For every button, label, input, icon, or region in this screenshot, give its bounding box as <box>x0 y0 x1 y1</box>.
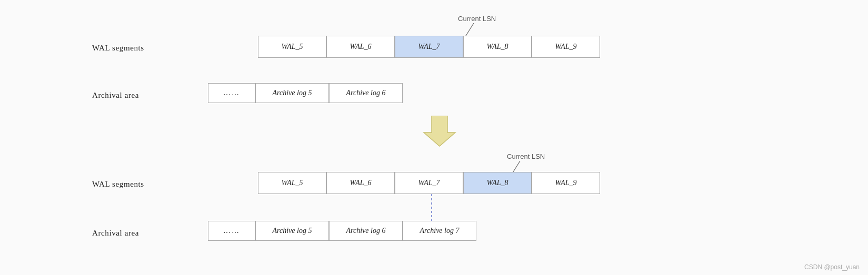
archive-log7-bot: Archive log 7 <box>403 221 476 241</box>
archive-log5-top: Archive log 5 <box>255 83 329 103</box>
wal-box-wal6-bot: WAL_6 <box>326 172 395 194</box>
wal-box-wal9-bot: WAL_9 <box>532 172 600 194</box>
transition-arrow <box>421 116 458 147</box>
wal-segments-label-bot: WAL segments <box>92 180 144 189</box>
archive-dots-bot: …… <box>208 221 255 241</box>
wal-box-wal7-bot: WAL_7 <box>395 172 463 194</box>
wal-box-wal7-top: WAL_7 <box>395 36 463 58</box>
wal-box-wal8-top: WAL_8 <box>463 36 532 58</box>
wal-box-wal6-top: WAL_6 <box>326 36 395 58</box>
current-lsn-label-top: Current LSN <box>458 15 496 23</box>
diagram-container: Current LSN WAL segments WAL_5 WAL_6 WAL… <box>0 0 868 275</box>
watermark: CSDN @post_yuan <box>804 263 860 271</box>
archive-dots-top: …… <box>208 83 255 103</box>
wal-box-wal5-bot: WAL_5 <box>258 172 326 194</box>
svg-marker-2 <box>424 116 455 146</box>
archive-log6-top: Archive log 6 <box>329 83 403 103</box>
wal-box-wal9-top: WAL_9 <box>532 36 600 58</box>
archival-area-label-bot: Archival area <box>92 229 139 238</box>
archive-log5-bot: Archive log 5 <box>255 221 329 241</box>
archive-log6-bot: Archive log 6 <box>329 221 403 241</box>
wal-box-wal8-bot: WAL_8 <box>463 172 532 194</box>
wal-segments-label-top: WAL segments <box>92 44 144 53</box>
current-lsn-label-bot: Current LSN <box>507 152 545 160</box>
wal-box-wal5-top: WAL_5 <box>258 36 326 58</box>
archival-area-label-top: Archival area <box>92 91 139 100</box>
